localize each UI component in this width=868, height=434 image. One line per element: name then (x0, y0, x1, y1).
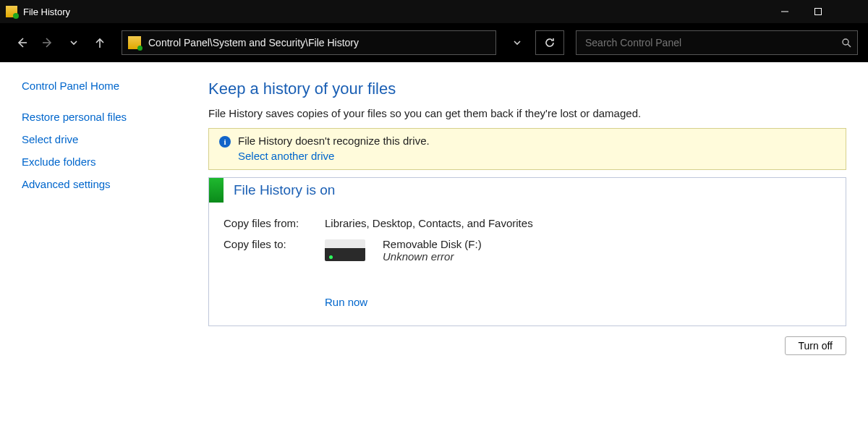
label-copy-to: Copy files to: (224, 238, 325, 263)
window-controls (768, 0, 868, 23)
run-now-link[interactable]: Run now (325, 296, 367, 308)
address-history-button[interactable] (506, 30, 528, 55)
page-heading: Keep a history of your files (208, 80, 846, 98)
turn-off-button[interactable]: Turn off (785, 336, 846, 355)
drive-icon (325, 239, 365, 263)
label-copy-from: Copy files from: (224, 217, 325, 229)
page-description: File History saves copies of your files … (208, 107, 846, 119)
sidebar-link-exclude[interactable]: Exclude folders (22, 156, 195, 168)
navigation-bar (0, 23, 868, 62)
search-icon (835, 38, 857, 48)
svg-line-8 (848, 44, 851, 47)
status-panel: File History is on Copy files from: Libr… (208, 177, 846, 326)
warning-link-select-drive[interactable]: Select another drive (238, 150, 430, 162)
address-bar[interactable] (122, 30, 496, 55)
search-box[interactable] (576, 30, 858, 55)
warning-text: File History doesn't recognize this driv… (238, 135, 430, 147)
refresh-button[interactable] (535, 30, 564, 55)
forward-button[interactable] (36, 31, 59, 54)
drive-name: Removable Disk (F:) (383, 238, 482, 250)
app-icon (6, 6, 17, 17)
sidebar-link-restore[interactable]: Restore personal files (22, 111, 195, 123)
back-button[interactable] (10, 31, 33, 54)
sidebar-link-select-drive[interactable]: Select drive (22, 133, 195, 145)
sidebar-link-advanced[interactable]: Advanced settings (22, 178, 195, 190)
up-button[interactable] (88, 31, 111, 54)
main-panel: Keep a history of your files File Histor… (195, 75, 846, 355)
window-titlebar: File History (0, 0, 868, 23)
drive-error: Unknown error (383, 250, 482, 263)
address-input[interactable] (147, 36, 495, 49)
sidebar: Control Panel Home Restore personal file… (22, 75, 195, 355)
minimize-button[interactable] (768, 0, 801, 23)
status-title: File History is on (234, 182, 335, 198)
window-title: File History (23, 7, 70, 17)
info-icon: i (219, 136, 231, 148)
svg-point-7 (843, 39, 848, 45)
status-indicator-icon (209, 178, 224, 203)
value-copy-from: Libraries, Desktop, Contacts, and Favori… (325, 217, 831, 229)
search-input[interactable] (576, 36, 835, 49)
maximize-button[interactable] (801, 0, 835, 23)
sidebar-link-home[interactable]: Control Panel Home (22, 80, 195, 92)
svg-rect-1 (815, 9, 822, 15)
location-icon (128, 36, 141, 49)
recent-locations-button[interactable] (62, 31, 85, 54)
warning-banner: i File History doesn't recognize this dr… (208, 128, 846, 170)
